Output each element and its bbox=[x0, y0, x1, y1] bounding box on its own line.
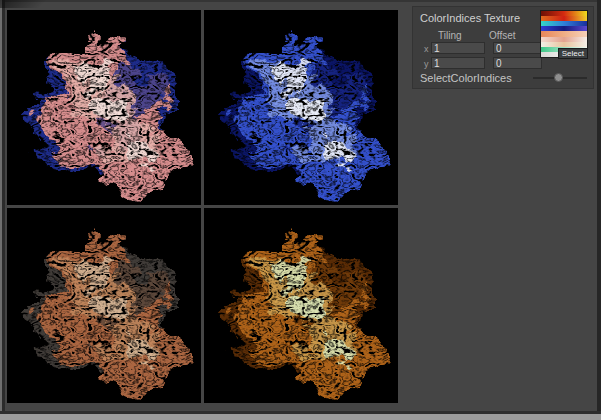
axis-x-label: x bbox=[424, 44, 429, 54]
preview-quadrant-top-right bbox=[204, 10, 398, 205]
tiling-header: Tiling bbox=[438, 30, 462, 41]
offset-x-input[interactable] bbox=[493, 42, 542, 54]
smoke-render-pink bbox=[7, 10, 201, 205]
editor-window: ColorIndices Texture Tiling Offset x y S… bbox=[0, 0, 601, 420]
smoke-render-gray-orange bbox=[7, 208, 201, 403]
axis-y-label: y bbox=[424, 59, 429, 69]
tiling-x-input[interactable] bbox=[431, 42, 485, 54]
offset-header: Offset bbox=[489, 30, 516, 41]
preview-quadrant-bottom-right bbox=[204, 208, 398, 403]
offset-y-input[interactable] bbox=[493, 57, 542, 69]
smoke-render-blue bbox=[204, 10, 398, 205]
frame-corner-shadow bbox=[0, 0, 60, 8]
frame-edge-left-dark bbox=[2, 0, 5, 420]
preview-quadrant-bottom-left bbox=[7, 208, 201, 403]
render-preview-grid bbox=[7, 10, 398, 403]
tiling-y-input[interactable] bbox=[431, 57, 485, 69]
select-color-indices-label: SelectColorIndices bbox=[420, 72, 512, 84]
select-color-indices-slider[interactable] bbox=[533, 70, 587, 86]
frame-edge-top bbox=[0, 0, 601, 2]
frame-edge-bottom-light bbox=[0, 414, 601, 420]
smoke-render-green-orange bbox=[204, 208, 398, 403]
frame-edge-right bbox=[597, 0, 601, 420]
texture-property-label: ColorIndices Texture bbox=[420, 12, 520, 24]
material-inspector-panel: ColorIndices Texture Tiling Offset x y S… bbox=[412, 6, 594, 89]
preview-quadrant-top-left bbox=[7, 10, 201, 205]
select-texture-button[interactable]: Select bbox=[558, 48, 588, 59]
slider-knob[interactable] bbox=[554, 73, 563, 82]
